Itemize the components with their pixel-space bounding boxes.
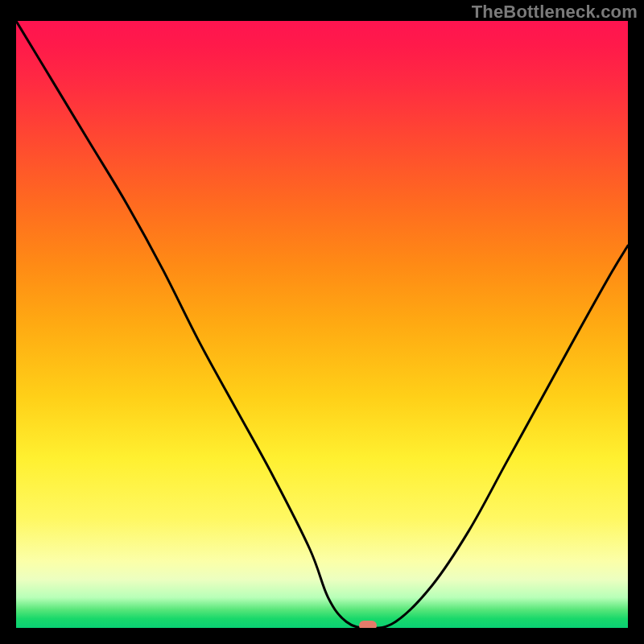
watermark-text: TheBottleneck.com <box>472 2 638 23</box>
plot-area <box>16 21 628 628</box>
bottleneck-curve <box>16 21 628 628</box>
chart-frame: TheBottleneck.com <box>0 0 644 644</box>
optimal-point-marker <box>359 621 377 628</box>
